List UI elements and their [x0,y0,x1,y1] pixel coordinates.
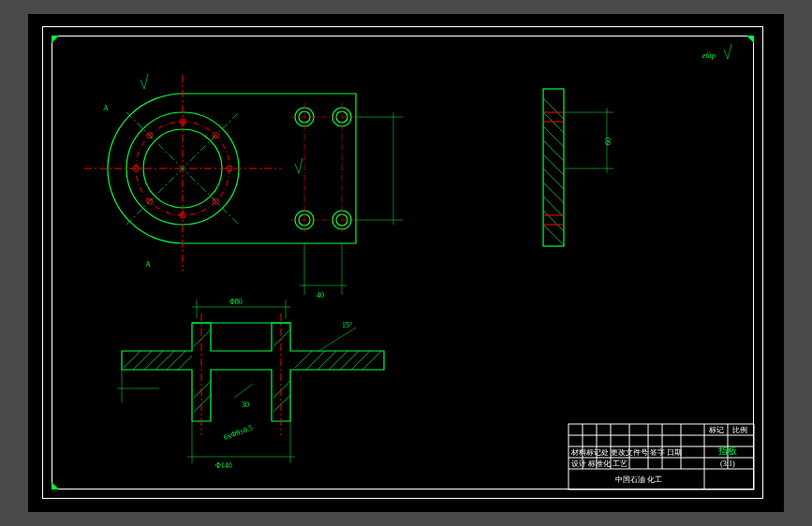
svg-marker-113 [52,36,59,43]
svg-marker-115 [52,482,59,489]
frame-markers [52,36,754,489]
svg-marker-114 [746,36,754,43]
